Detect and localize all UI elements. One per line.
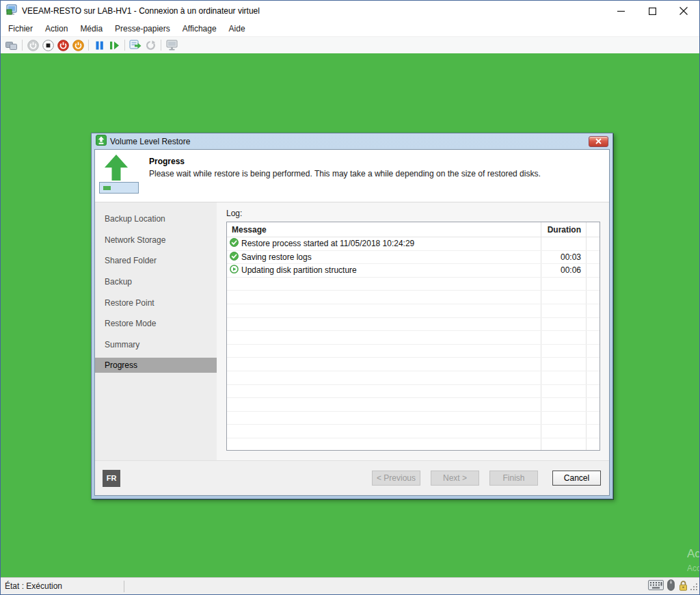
log-message: Saving restore logs (241, 252, 312, 262)
table-row-empty (227, 291, 600, 304)
log-table-header: Message Duration (227, 222, 600, 237)
table-row-empty (227, 438, 600, 451)
log-message: Updating disk partition structure (241, 265, 357, 275)
next-button[interactable]: Next > (431, 471, 479, 486)
restore-arrow-icon (101, 154, 131, 184)
mini-progress-segment (103, 186, 111, 190)
wizard-footer: FR < Previous Next > Finish Cancel (95, 460, 609, 495)
dialog-titlebar[interactable]: Volume Level Restore (94, 133, 610, 149)
log-duration: 00:03 (541, 251, 586, 264)
language-badge[interactable]: FR (103, 470, 120, 487)
wizard-step-description: Please wait while restore is being perfo… (149, 169, 541, 178)
checkpoint-button[interactable] (128, 38, 143, 53)
revert-button[interactable] (143, 38, 158, 53)
row-end-cell (586, 237, 600, 250)
finish-button[interactable]: Finish (489, 471, 538, 486)
cancel-button[interactable]: Cancel (552, 471, 601, 486)
in-progress-icon (230, 265, 239, 276)
menu-affichage[interactable]: Affichage (176, 21, 223, 36)
menu-media[interactable]: Média (74, 21, 109, 36)
table-row-empty (227, 398, 600, 412)
row-end-cell (586, 264, 600, 277)
toolbar (1, 36, 699, 53)
checkpoint-icon (129, 40, 142, 51)
vm-display-area[interactable]: Act Accé Volume Level Restore (1, 53, 699, 579)
power-start-icon (27, 40, 39, 51)
pause-vm-button[interactable] (92, 38, 107, 53)
mini-progress-bar (99, 182, 139, 194)
revert-icon (145, 40, 157, 51)
toolbar-separator (22, 40, 23, 51)
dialog-title: Volume Level Restore (110, 137, 190, 146)
table-row-empty (227, 371, 600, 385)
enhanced-session-icon (165, 40, 178, 51)
save-vm-button[interactable] (70, 38, 85, 53)
table-row-empty (227, 412, 600, 425)
log-message: Restore process started at 11/05/2018 10… (241, 239, 414, 248)
menu-aide[interactable]: Aide (223, 21, 252, 36)
resize-grip[interactable] (689, 582, 698, 593)
table-row-empty (227, 331, 600, 345)
window-title: VEEAM-RESTO sur LAB-HV1 - Connexion à un… (22, 6, 260, 16)
status-bar: État : Exécution (1, 577, 699, 594)
window-controls (605, 1, 699, 21)
toolbar-separator (88, 40, 89, 51)
previous-button[interactable]: < Previous (372, 471, 420, 486)
success-check-icon (230, 252, 239, 263)
close-button[interactable] (668, 1, 699, 21)
minimize-button[interactable] (605, 1, 636, 21)
maximize-button[interactable] (636, 1, 668, 21)
table-row-empty (227, 358, 600, 371)
sidebar-item-backup-location: Backup Location (95, 209, 217, 230)
ctrl-alt-del-button[interactable] (4, 38, 19, 53)
menu-action[interactable]: Action (39, 21, 74, 36)
resume-vm-button[interactable] (107, 38, 122, 53)
activation-watermark: Act Accé (687, 547, 699, 573)
log-duration: 00:06 (541, 264, 586, 277)
activation-watermark-line1: Act (687, 547, 699, 561)
sidebar-item-restore-mode: Restore Mode (95, 313, 217, 334)
sidebar-item-network-storage: Network Storage (95, 230, 217, 251)
log-duration (541, 237, 586, 250)
toolbar-separator (124, 40, 125, 51)
wizard-header: Progress Please wait while restore is be… (95, 150, 609, 202)
menu-presse-papiers[interactable]: Presse-papiers (109, 21, 176, 36)
table-row[interactable]: Restore process started at 11/05/2018 10… (227, 237, 600, 251)
menu-bar: Fichier Action Média Presse-papiers Affi… (1, 21, 699, 36)
column-header-duration[interactable]: Duration (541, 222, 586, 237)
toolbar-separator (161, 40, 161, 51)
activation-watermark-line2: Accé (687, 564, 699, 573)
statusbar-separator (124, 581, 124, 592)
stop-icon (42, 40, 54, 51)
log-table[interactable]: Message Duration Restore process started… (226, 222, 600, 451)
sidebar-item-backup: Backup (95, 272, 217, 293)
turn-off-vm-button[interactable] (40, 38, 55, 53)
column-header-message[interactable]: Message (227, 222, 541, 237)
enhanced-session-button[interactable] (164, 38, 179, 53)
start-vm-button[interactable] (25, 38, 40, 53)
table-row-empty (227, 318, 600, 332)
close-icon (679, 7, 688, 15)
menu-fichier[interactable]: Fichier (2, 21, 39, 36)
table-row-empty (227, 425, 600, 438)
restore-dialog-icon (96, 135, 107, 148)
vm-state-label: État : Exécution (1, 581, 62, 591)
window-titlebar: VEEAM-RESTO sur LAB-HV1 - Connexion à un… (1, 1, 699, 21)
keyboard-icon (648, 580, 664, 592)
volume-level-restore-dialog: Volume Level Restore Progress (91, 133, 613, 499)
sidebar-item-shared-folder: Shared Folder (95, 250, 217, 272)
log-panel: Log: Message Duration (217, 202, 609, 460)
log-label: Log: (226, 209, 600, 218)
table-row-empty (227, 278, 600, 291)
dialog-close-button[interactable] (589, 136, 608, 147)
table-row[interactable]: Updating disk partition structure 00:06 (227, 264, 600, 278)
ctrl-alt-del-icon (5, 40, 18, 51)
power-shutdown-icon (57, 40, 69, 51)
column-header-end (586, 222, 600, 237)
table-row[interactable]: Saving restore logs 00:03 (227, 251, 600, 265)
shut-down-vm-button[interactable] (55, 38, 70, 53)
vmconnect-window: { "window": { "title": "VEEAM-RESTO sur … (0, 0, 700, 595)
resume-icon (109, 41, 120, 50)
table-row-empty (227, 385, 600, 399)
wizard-steps-sidebar: Backup Location Network Storage Shared F… (95, 202, 217, 460)
